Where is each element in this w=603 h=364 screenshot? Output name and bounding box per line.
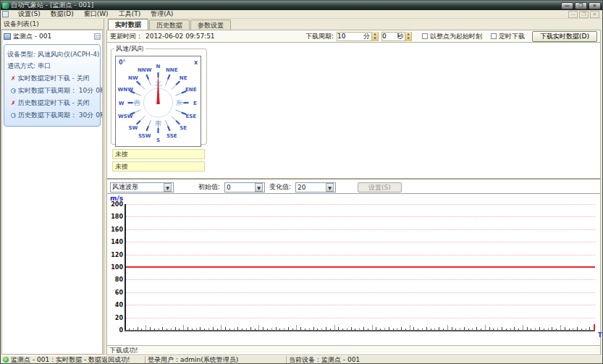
x-tick-bar	[330, 329, 331, 330]
svg-text:南: 南	[155, 119, 161, 127]
minimize-button[interactable]: —	[561, 2, 573, 9]
x-tick-bar	[506, 329, 507, 330]
change-value-label: 变化值:	[269, 182, 291, 192]
svg-text:SW: SW	[128, 125, 138, 131]
menu-item-1[interactable]: 数据(D)	[46, 10, 79, 17]
app-window: 自动气象站 - [监测点 - 001] — ❐ ✕ 设置(S)数据(D)窗口(W…	[0, 0, 603, 364]
gridline	[126, 229, 595, 230]
device-list-header: 设备列表(1)	[1, 19, 104, 30]
y-tick-label: 200	[107, 201, 123, 208]
x-tick-bar	[413, 327, 414, 330]
menu-items: 设置(S)数据(D)窗口(W)工具(T)管理(A)	[13, 9, 178, 19]
y-tick-label: 140	[107, 239, 123, 245]
initial-value-select[interactable]: 0 ▼	[224, 182, 265, 192]
svg-text:SSE: SSE	[166, 133, 177, 139]
change-value-select[interactable]: 20 ▼	[295, 182, 336, 192]
x-tick-bar	[527, 327, 528, 330]
set-button[interactable]: 设置(S)	[358, 182, 402, 192]
device-info-text: 历史数据定时下载 - 关闭	[18, 98, 90, 108]
chart-scroll-marker-icon[interactable]: T	[598, 332, 602, 339]
device-info-text: 实时数据定时下载 - 关闭	[18, 74, 90, 83]
x-tick-bar	[133, 328, 134, 330]
chevron-down-icon: ▼	[164, 183, 172, 192]
x-tick-bar	[279, 329, 280, 330]
x-tick-bar	[485, 325, 486, 330]
update-time-label: 更新时间：	[110, 32, 143, 41]
gridline	[126, 279, 595, 280]
clock-icon	[11, 113, 16, 118]
mdi-minimize-button[interactable]: —	[568, 11, 578, 18]
x-tick-bar	[397, 328, 397, 330]
x-tick-bar	[284, 328, 284, 330]
logged-in-user: 登录用户：admin(系统管理员)	[148, 356, 238, 363]
x-tick-bar	[581, 329, 582, 330]
x-tick-bar	[146, 325, 146, 330]
hour-align-checkbox[interactable]	[422, 33, 428, 39]
menu-item-4[interactable]: 管理(A)	[146, 10, 178, 17]
x-tick-bar	[468, 329, 469, 330]
svg-text:NNW: NNW	[138, 67, 152, 73]
menu-item-0[interactable]: 设置(S)	[13, 10, 46, 17]
waveform-controls: 风速波形 ▼ 初始值: 0 ▼ 变化值: 20 ▼ 设置(S)	[107, 179, 600, 194]
x-tick-bar	[476, 327, 477, 330]
x-tick-bar	[221, 325, 222, 330]
y-tick-label: 20	[107, 315, 123, 321]
hour-align-label: 以整点为起始时刻	[430, 32, 482, 41]
details-pin-icon[interactable]	[94, 33, 101, 40]
x-tick-bar	[313, 327, 314, 330]
seconds-input[interactable]	[382, 33, 395, 41]
gridline	[126, 305, 595, 305]
timed-download-checkbox[interactable]	[491, 33, 497, 39]
menu-item-2[interactable]: 窗口(W)	[79, 10, 114, 17]
wind-speed-value-box: 未接	[112, 149, 205, 159]
x-tick-bar	[229, 329, 230, 330]
mdi-close-button[interactable]: ✕	[590, 11, 599, 18]
svg-text:WNW: WNW	[118, 87, 134, 93]
restore-button[interactable]: ❐	[575, 2, 587, 9]
x-tick-bar	[351, 327, 352, 330]
tab-0[interactable]: 实时数据	[108, 19, 148, 30]
tab-2[interactable]: 参数设置	[190, 20, 231, 30]
x-tick-bar	[393, 329, 394, 330]
download-realtime-button[interactable]: 下载实时数据(D)	[532, 31, 597, 42]
seconds-spinner-icon[interactable]: ▲▼	[405, 32, 411, 41]
x-tick-bar	[531, 329, 531, 330]
x-tick-bar	[355, 329, 355, 330]
x-tick-bar	[544, 329, 544, 330]
svg-text:S: S	[156, 137, 160, 143]
x-tick-bar	[179, 329, 180, 330]
waveform-type-select[interactable]: 风速波形 ▼	[110, 182, 174, 192]
x-tick-bar	[154, 329, 155, 330]
x-tick-bar	[321, 328, 322, 330]
close-button[interactable]: ✕	[589, 2, 601, 9]
gridline	[126, 242, 595, 242]
x-tick-bar	[196, 328, 197, 330]
mdi-restore-button[interactable]: ❐	[579, 11, 589, 18]
x-tick-bar	[171, 328, 172, 330]
mdi-window-controls: — ❐ ✕	[568, 11, 602, 18]
minutes-spinner-icon[interactable]: ▲▼	[371, 32, 378, 41]
wind-speed-series-line	[126, 266, 595, 268]
svg-text:NNE: NNE	[166, 67, 178, 73]
tab-1[interactable]: 历史数据	[149, 20, 190, 30]
device-tree-node[interactable]: 监测点 - 001	[4, 32, 101, 41]
initial-value: 0	[227, 184, 231, 191]
x-tick-bar	[434, 328, 435, 330]
x-tick-bar	[464, 327, 465, 330]
gridline	[126, 216, 595, 217]
x-tick-bar	[380, 329, 381, 330]
x-tick-bar	[443, 329, 444, 330]
minutes-input[interactable]	[337, 33, 362, 41]
menu-item-3[interactable]: 工具(T)	[114, 10, 146, 17]
x-tick-bar	[401, 327, 402, 330]
x-tick-bar	[267, 329, 268, 330]
x-tick-bar	[263, 327, 263, 330]
x-tick-bar	[523, 325, 523, 330]
x-tick-bar	[455, 329, 456, 330]
x-tick-bar	[518, 329, 519, 330]
svg-text:ENE: ENE	[185, 87, 197, 93]
comm-mode-line: 通讯方式: 串口	[7, 62, 97, 71]
cross-icon: ✗	[11, 75, 16, 82]
y-axis-line	[125, 204, 126, 331]
device-info-text: 历史数据下载周期： 30分 0秒	[18, 111, 103, 120]
